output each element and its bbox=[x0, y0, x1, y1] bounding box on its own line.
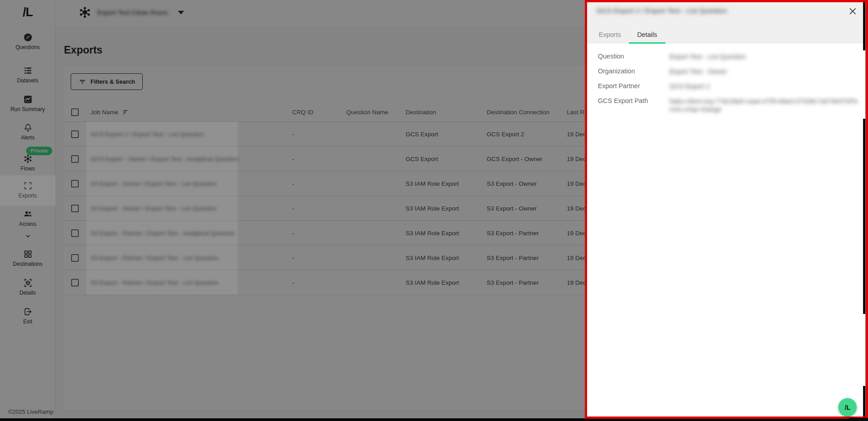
field-gcs-export-path: GCS Export Path habu-client-org-77dc28a5… bbox=[598, 97, 858, 113]
field-export-partner: Export Partner GCS Export 2 bbox=[598, 82, 858, 90]
field-label: GCS Export Path bbox=[598, 97, 669, 113]
liveramp-fab-button[interactable]: /L bbox=[838, 398, 857, 417]
field-question: Question Export Test - List Question bbox=[598, 53, 858, 61]
drawer-title: GCS Export 2 / Export Test - List Questi… bbox=[597, 7, 727, 15]
field-label: Export Partner bbox=[598, 82, 669, 90]
tab-exports[interactable]: Exports bbox=[591, 25, 629, 44]
field-organization: Organization Export Test - Owner bbox=[598, 67, 858, 76]
field-label: Organization bbox=[598, 67, 669, 76]
annotation-shadow-corner bbox=[849, 418, 868, 421]
close-button[interactable] bbox=[847, 6, 858, 17]
field-value: Export Test - Owner bbox=[669, 67, 858, 76]
export-details-drawer: GCS Export 2 / Export Test - List Questi… bbox=[587, 1, 865, 417]
field-label: Question bbox=[598, 53, 669, 61]
close-icon bbox=[847, 6, 858, 16]
annotation-shadow-strip bbox=[863, 386, 865, 418]
annotation-shadow-strip bbox=[863, 0, 865, 50]
field-value: GCS Export 2 bbox=[669, 82, 858, 90]
field-value: Export Test - List Question bbox=[669, 53, 858, 61]
drawer-tabs: Exports Details bbox=[591, 25, 665, 44]
drawer-body: Question Export Test - List Question Org… bbox=[587, 44, 865, 113]
tab-details[interactable]: Details bbox=[629, 25, 665, 44]
field-value: habu-client-org-77dc28a5-caa4-4755-b6a3-… bbox=[669, 97, 858, 113]
drawer-header: GCS Export 2 / Export Test - List Questi… bbox=[587, 1, 865, 44]
annotation-shadow-strip bbox=[863, 119, 865, 314]
app-screen: /L Questions Datasets Run Summary Alerts bbox=[0, 0, 868, 421]
